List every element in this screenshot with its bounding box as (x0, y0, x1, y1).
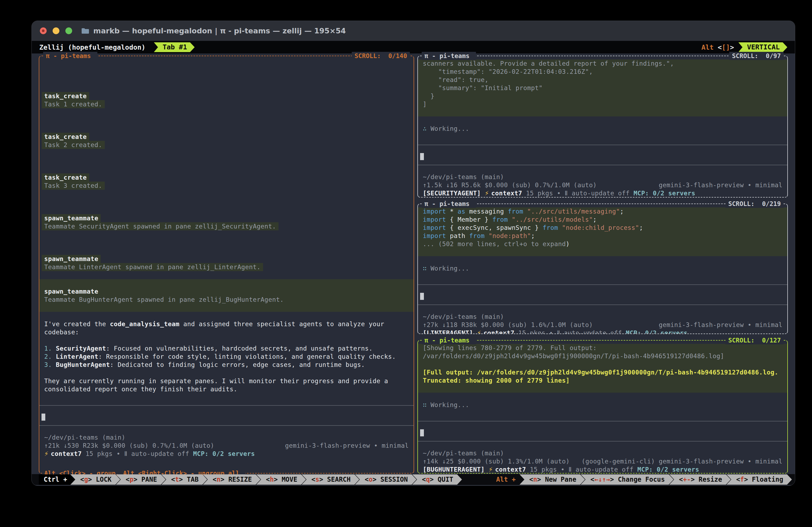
terminal-line: ~/dev/pi-teams (main) (423, 173, 782, 181)
terminal-line: ↑27k ↓118 R38k $0.000 (sub) 1.6%/1.0M (a… (423, 321, 782, 329)
terminal-line: Task 3 created. (42, 182, 105, 190)
terminal-line (44, 312, 409, 320)
scroll-indicator: SCROLL: 0/140 (352, 52, 410, 60)
text-segment: ... (502 more lines, ctrl+o to expand (423, 240, 566, 247)
text-segment: spawn_teammate (44, 215, 98, 222)
keybind-ribbon-search[interactable]: <s> SEARCH (302, 474, 359, 485)
terminal-line (44, 239, 409, 247)
text-segment: path (450, 232, 469, 239)
scroll-indicator: SCROLL: 0/127 (725, 336, 784, 344)
text-segment: as (458, 208, 469, 215)
terminal-line (44, 198, 409, 206)
keybind-ribbon-move[interactable]: <h> MOVE (256, 474, 306, 485)
terminal-line: task_create (42, 133, 89, 141)
separator-line (423, 165, 782, 173)
terminal-line: ~/dev/pi-teams (main) (423, 449, 782, 457)
maximize-button[interactable] (66, 27, 72, 34)
keybind-ribbon-tab[interactable]: <t> TAB (161, 474, 207, 485)
text-segment: ∷ (423, 265, 431, 272)
keybind-ribbon-new-pane[interactable]: <n> New Pane (520, 474, 585, 485)
keybind-ribbon-session[interactable]: <o> SESSION (355, 474, 417, 485)
text-segment: ; (639, 224, 643, 231)
keybind-ribbon-lock[interactable]: <g> LOCK (71, 474, 120, 485)
terminal-line (44, 165, 409, 173)
text-segment: Working... (431, 125, 469, 132)
text-segment: context7 (491, 190, 522, 197)
status-right: gemini-3-flash-preview • minimal (659, 181, 782, 189)
text-segment: import (423, 232, 450, 239)
text-segment: } (423, 92, 434, 100)
terminal-line: spawn_teammate (42, 255, 101, 263)
pane-security-agent[interactable]: π - pi-teams SCROLL: 0/97 scanners avail… (417, 56, 788, 198)
text-segment: : Focused on vulnerabilities, hardcoded … (106, 345, 373, 352)
separator-line (44, 425, 409, 433)
text-segment: ↑27k ↓118 R38k $0.000 (sub) 1.6%/1.0M (a… (423, 321, 593, 328)
text-segment: { Member } (450, 216, 493, 223)
text-segment: They are currently running in separate p… (44, 378, 388, 385)
separator-line (423, 441, 782, 449)
text-segment: ~/dev/pi-teams (main) (423, 450, 504, 457)
text-segment: ~/dev/pi-teams (main) (44, 434, 125, 441)
terminal-line: ⚡ context7 15 pkgs • Ⅱ auto-update off M… (44, 450, 409, 458)
traffic-lights (40, 27, 72, 34)
terminal-line: They are currently running in separate p… (44, 377, 409, 385)
text-segment: scanners available. Provide a detailed r… (423, 60, 674, 67)
keybind-ribbon-floating[interactable]: <f> Floating (726, 474, 792, 485)
window-title: markb — hopeful-megalodon | π - pi-teams… (93, 27, 346, 35)
terminal-line: spawn_teammate (42, 214, 101, 222)
text-segment: [SECURITYAGENT] (423, 190, 485, 197)
text-segment: "summary": "Initial prompt" (423, 84, 543, 91)
status-left: ↑14k ↓25 $0.000 (sub) 1.3%/1.0M (auto) (423, 457, 569, 466)
alt-keybind-hint: Alt <[]> (701, 43, 734, 51)
text-segment: I've created the (44, 321, 110, 328)
close-button[interactable] (40, 27, 47, 34)
text-segment: ⚡ (489, 466, 495, 473)
pane-main-agent[interactable]: π - pi-teams SCROLL: 0/140 task_createTa… (39, 56, 414, 473)
keybind-ribbon-quit[interactable]: <q> QUIT (412, 474, 462, 485)
terminal-line (423, 133, 782, 141)
terminal-line: import path from "node:path"; (418, 232, 787, 240)
text-segment: Task 3 created. (44, 182, 102, 189)
text-segment: ↑1.5k ↓16 R5.6k $0.000 (sub) 0.7%/1.0M (… (423, 182, 597, 189)
keybind-ribbon-pane[interactable]: <p> PANE (116, 474, 166, 485)
pane-title: π - pi-teams (422, 52, 476, 60)
keybind-ribbon-change-focus[interactable]: <←↓↑→> Change Focus (581, 474, 674, 485)
keybind-ribbon-resize[interactable]: <n> RESIZE (203, 474, 261, 485)
terminal-line: consolidated report once they finish the… (44, 385, 409, 393)
text-segment: import (423, 208, 450, 215)
terminal-line (44, 68, 409, 76)
terminal-line (44, 108, 409, 116)
terminal-line (418, 360, 787, 368)
text-segment: import (423, 224, 450, 231)
text-segment: code_analysis_team (110, 321, 179, 328)
text-segment: { execSync, spawnSync } (450, 224, 543, 231)
terminal-line (44, 393, 409, 401)
terminal-line (423, 409, 782, 417)
pane-linter-agent[interactable]: π - pi-teams SCROLL: 0/219 import * as m… (417, 203, 788, 334)
pane-bughunter-agent[interactable]: π - pi-teams SCROLL: 0/127 [Showing line… (417, 340, 788, 473)
minimize-button[interactable] (53, 27, 59, 34)
terminal-line (423, 256, 782, 264)
text-segment: 15 pkgs • Ⅱ auto-update off (526, 466, 637, 473)
terminal-line (39, 304, 414, 312)
text-segment: messaging (469, 208, 508, 215)
text-segment: ~/dev/pi-teams (main) (423, 313, 504, 320)
terminal-line (44, 149, 409, 157)
text-segment: "node:path" (489, 232, 531, 239)
statusbar: Ctrl +<g> LOCK<p> PANE<t> TAB<n> RESIZE<… (32, 474, 795, 485)
tab-1[interactable]: Tab #1 (154, 42, 194, 52)
text-segment: [BUGHUNTERAGENT] (423, 466, 489, 473)
text-segment: ∴ (423, 125, 431, 132)
separator-line (423, 421, 782, 429)
keybind-ribbon-resize[interactable]: <+-> Resize (669, 474, 731, 485)
terminal-line (44, 190, 409, 198)
terminal-line: } (418, 92, 787, 100)
terminal-line (44, 336, 409, 344)
text-segment: ⚡ (477, 329, 483, 333)
text-segment: "node:child_process" (562, 224, 639, 231)
pane-title: π - pi-teams (422, 336, 476, 344)
modifier-indicator: Alt + (487, 476, 524, 483)
pane-content: import * as messaging from "../src/utils… (418, 204, 787, 333)
terminal-line: ... (502 more lines, ctrl+o to expand) (418, 240, 787, 248)
text-segment: ] (423, 101, 426, 108)
